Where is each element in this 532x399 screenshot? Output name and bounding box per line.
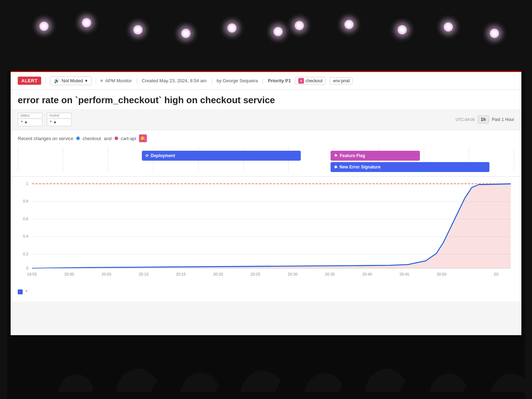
past-hour-label: Past 1 Hour [492,117,514,122]
light-9 [397,25,407,35]
checkout-tag[interactable]: ♦ checkout [295,77,326,85]
deployment-icon: ⟳ [145,154,149,158]
env-tag[interactable]: env:prod [330,77,353,84]
svg-text:20:50: 20:50 [437,272,447,276]
cart-api-dot [115,137,118,140]
service2-label: cart-api [121,136,136,141]
error-signature-icon: ✱ [334,165,337,170]
legend-label: * [26,289,27,294]
feature-flag-bar[interactable]: ⚑ Feature Flag [331,151,420,161]
chart-svg: 0 0.2 0.4 0.6 0.8 1 19:55 20:00 20:05 20… [18,180,514,287]
status-filter: status * ▾ [18,113,43,126]
svg-text:1: 1 [26,182,28,186]
timeline-section: Recent changes on service checkout and c… [11,130,521,177]
new-error-signature-label: New Error Signature [339,165,381,170]
grid-line-1 [18,147,18,172]
and-label: and [104,136,112,141]
svg-text:0.4: 0.4 [23,234,28,238]
muted-label: muted [47,113,72,118]
monitor-type-label: ≡ APM Monitor [100,78,132,83]
filters-row: status * ▾ muted * ▾ UTC-04:00 1h Past 1… [11,109,521,130]
monitor-icon: ≡ [100,78,103,83]
page-title: error rate on `perform_checkout` high on… [11,90,521,109]
chart-fill-area [32,184,511,268]
chart-legend: * [18,287,514,294]
muted-select[interactable]: * ▾ [47,118,72,126]
svg-text:20:10: 20:10 [139,272,149,276]
bell-icon: 🔔 [139,134,147,142]
light-1 [39,21,49,31]
priority-label: Priority P1 [268,78,291,83]
light-2 [82,18,92,28]
grid-line-2 [63,147,63,172]
deployment-label: Deployment [151,153,175,158]
by-label: by George Sequeira [217,78,258,83]
muted-filter: muted * ▾ [47,113,72,126]
svg-text:0.6: 0.6 [23,217,28,221]
sep2: | [211,78,212,84]
status-label: status [18,113,43,118]
svg-text:20:25: 20:25 [250,272,260,276]
light-7 [294,21,304,31]
grid-line-12 [514,147,514,172]
chart-container: 0 0.2 0.4 0.6 0.8 1 19:55 20:00 20:05 20… [18,180,514,287]
time-control: UTC-04:00 1h Past 1 Hour [456,115,514,124]
checkout-icon: ♦ [298,78,304,84]
svg-text:19:55: 19:55 [27,272,37,276]
svg-text:0: 0 [26,266,28,270]
svg-text:20:20: 20:20 [213,272,223,276]
chart-section: 0 0.2 0.4 0.6 0.8 1 19:55 20:00 20:05 20… [11,177,521,301]
speaker-icon: 🔊 [54,78,60,83]
stage-lights [7,7,525,71]
light-4 [181,28,191,38]
svg-text:20:35: 20:35 [325,272,335,276]
divider-1 [45,77,46,84]
utc-label: UTC-04:00 [456,117,475,122]
svg-text:20:00: 20:00 [64,272,74,276]
audience-silhouette [7,335,525,399]
chevron-down-icon: ▾ [25,120,27,125]
recent-changes-label: Recent changes on service [18,136,73,141]
status-select[interactable]: * ▾ [18,118,43,126]
not-muted-label: Not Muted [62,78,83,83]
svg-text:20:: 20: [494,272,499,276]
header-bar: ALERT 🔊 Not Muted ▾ ≡ APM Monitor | Crea… [11,72,521,90]
light-6 [273,27,283,37]
created-label: Created May 23, 2024, 8:54 am [142,78,207,83]
light-10 [443,22,453,32]
timeline-header: Recent changes on service checkout and c… [18,134,514,142]
light-3 [133,25,143,35]
not-muted-button[interactable]: 🔊 Not Muted ▾ [50,76,92,85]
new-error-signature-bar[interactable]: ✱ New Error Signature [331,162,489,172]
chevron-down-icon-2: ▾ [54,120,56,125]
divider-2 [96,77,96,84]
svg-text:0.8: 0.8 [23,199,28,203]
svg-text:20:15: 20:15 [176,272,186,276]
sep1: | [136,78,138,84]
time-range-button[interactable]: 1h [478,115,489,124]
svg-text:20:45: 20:45 [399,272,409,276]
light-8 [344,20,354,29]
light-5 [227,23,237,33]
sep3: | [262,78,264,84]
deployment-bar[interactable]: ⟳ Deployment [142,151,301,161]
svg-text:0.2: 0.2 [23,252,28,256]
service1-label: checkout [83,136,101,141]
svg-rect-43 [7,392,525,399]
svg-text:20:30: 20:30 [288,272,298,276]
chevron-down-icon: ▾ [85,78,88,83]
stage-background: ALERT 🔊 Not Muted ▾ ≡ APM Monitor | Crea… [7,7,525,399]
checkout-dot [76,137,80,140]
svg-text:20:40: 20:40 [362,272,372,276]
grid-line-3 [108,147,108,172]
legend-color-box [18,289,23,294]
timeline-track: ⟳ Deployment ⚑ Feature Flag ✱ New Error … [18,147,514,172]
feature-flag-icon: ⚑ [334,154,338,158]
alert-badge: ALERT [18,77,41,85]
feature-flag-label: Feature Flag [340,153,365,158]
svg-text:20:05: 20:05 [101,272,111,276]
light-11 [489,28,499,38]
